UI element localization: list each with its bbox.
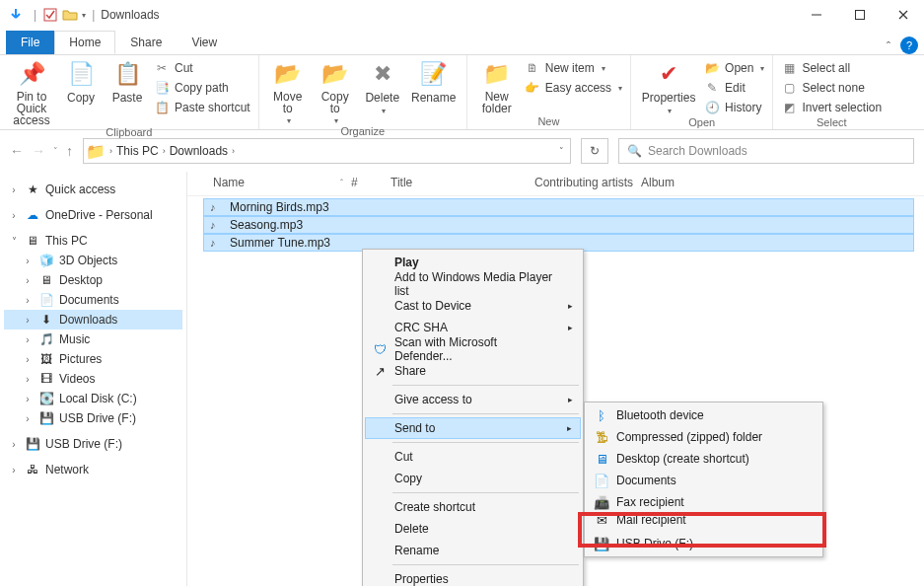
ctx-rename[interactable]: Rename bbox=[365, 540, 581, 561]
tree-usbdrive[interactable]: ›💾USB Drive (F:) bbox=[4, 408, 182, 428]
pin-quickaccess-button[interactable]: 📌 Pin to Quick access bbox=[8, 59, 55, 126]
ctx-properties[interactable]: Properties bbox=[365, 568, 581, 586]
col-number[interactable]: # bbox=[351, 176, 391, 189]
ctx-cut[interactable]: Cut bbox=[365, 446, 581, 468]
path-dropdown-icon[interactable]: ˅ bbox=[559, 146, 564, 156]
sendto-bluetooth[interactable]: ᛒBluetooth device bbox=[587, 404, 820, 426]
invert-button[interactable]: ◩Invert selection bbox=[781, 99, 882, 116]
ribbon-tabs: File Home Share View ˆ ? bbox=[0, 30, 924, 55]
col-title[interactable]: Title bbox=[391, 176, 534, 189]
maximize-button[interactable] bbox=[847, 4, 873, 26]
history-button[interactable]: 🕘History bbox=[704, 99, 764, 116]
newfolder-button[interactable]: 📁 New folder bbox=[475, 59, 519, 114]
sendto-usbdrive[interactable]: 💾USB Drive (F:) bbox=[587, 533, 820, 554]
selectall-button[interactable]: ▦Select all bbox=[781, 59, 882, 77]
tab-file[interactable]: File bbox=[6, 31, 54, 54]
back-button[interactable]: ← bbox=[10, 143, 24, 159]
ctx-addwmp[interactable]: Add to Windows Media Player list bbox=[365, 273, 581, 295]
sendto-desktop[interactable]: 🖥Desktop (create shortcut) bbox=[587, 448, 820, 470]
crumb-downloads[interactable]: Downloads› bbox=[170, 144, 235, 158]
tree-pictures[interactable]: ›🖼Pictures bbox=[4, 349, 182, 369]
ctx-createshortcut[interactable]: Create shortcut bbox=[365, 496, 581, 518]
file-row[interactable]: ♪Seasong.mp3 bbox=[203, 216, 914, 234]
tree-onedrive[interactable]: ›☁OneDrive - Personal bbox=[4, 205, 182, 225]
ribbon-group-new: 📁 New folder 🗎New item▾ 👉Easy access▾ Ne… bbox=[467, 55, 631, 129]
chevron-right-icon: ▸ bbox=[567, 423, 572, 433]
tree-downloads[interactable]: ›⬇Downloads bbox=[4, 310, 182, 330]
ctx-delete[interactable]: Delete bbox=[365, 518, 581, 540]
properties-icon: ✔ bbox=[660, 59, 677, 89]
selectnone-button[interactable]: ▢Select none bbox=[781, 79, 882, 97]
col-contrib[interactable]: Contributing artists bbox=[534, 176, 641, 189]
tab-view[interactable]: View bbox=[177, 31, 232, 54]
file-row[interactable]: ♪Morning Birds.mp3 bbox=[203, 198, 914, 216]
tree-quickaccess[interactable]: ›★Quick access bbox=[4, 180, 182, 199]
crumb-thispc[interactable]: This PC› bbox=[116, 144, 166, 158]
paste-button[interactable]: 📋 Paste bbox=[107, 59, 148, 105]
cut-icon: ✂ bbox=[154, 61, 170, 75]
minimize-button[interactable] bbox=[804, 4, 829, 26]
checkbox-icon[interactable] bbox=[42, 7, 58, 23]
tree-usbdrive2[interactable]: ›💾USB Drive (F:) bbox=[4, 434, 182, 454]
properties-button[interactable]: ✔ Properties▾ bbox=[639, 59, 698, 115]
easyaccess-button[interactable]: 👉Easy access▾ bbox=[525, 79, 622, 97]
sendto-fax[interactable]: 📠Fax recipient bbox=[587, 491, 820, 513]
column-headers: Nameˆ # Title Contributing artists Album bbox=[187, 172, 924, 196]
ctx-sendto[interactable]: Send to▸ bbox=[365, 417, 581, 439]
qat-dropdown-icon[interactable]: ▾ bbox=[82, 11, 86, 20]
close-button[interactable] bbox=[890, 4, 916, 26]
app-arrow-icon bbox=[8, 7, 24, 23]
cut-button[interactable]: ✂Cut bbox=[154, 59, 250, 77]
col-album[interactable]: Album bbox=[641, 176, 914, 189]
audio-icon: ♪ bbox=[210, 219, 224, 231]
tree-3dobjects[interactable]: ›🧊3D Objects bbox=[4, 251, 182, 270]
history-dropdown-icon[interactable]: ˅ bbox=[53, 146, 58, 156]
ctx-copy[interactable]: Copy bbox=[365, 468, 581, 489]
up-button[interactable]: ↑ bbox=[66, 143, 73, 159]
sendto-mail[interactable]: ✉Mail recipient bbox=[587, 513, 820, 527]
col-name[interactable]: Nameˆ bbox=[213, 176, 351, 189]
pin-icon: 📌 bbox=[19, 59, 45, 89]
tab-home[interactable]: Home bbox=[54, 31, 115, 54]
newitem-button[interactable]: 🗎New item▾ bbox=[525, 59, 622, 77]
ctx-cast[interactable]: Cast to Device▸ bbox=[365, 295, 581, 317]
ctx-giveaccess[interactable]: Give access to▸ bbox=[365, 389, 581, 410]
tree-thispc[interactable]: ˅🖥This PC bbox=[4, 231, 182, 251]
forward-button[interactable]: → bbox=[32, 143, 45, 159]
sendto-compressed[interactable]: 🗜Compressed (zipped) folder bbox=[587, 426, 820, 448]
tree-videos[interactable]: ›🎞Videos bbox=[4, 369, 182, 389]
collapse-ribbon-icon[interactable]: ˆ bbox=[887, 40, 890, 54]
tree-music[interactable]: ›🎵Music bbox=[4, 330, 182, 349]
help-icon[interactable]: ? bbox=[900, 37, 918, 54]
chevron-right-icon[interactable]: › bbox=[109, 146, 112, 156]
tree-documents[interactable]: ›📄Documents bbox=[4, 290, 182, 310]
invert-icon: ◩ bbox=[781, 101, 797, 114]
folder-qat-icon[interactable] bbox=[62, 7, 78, 23]
open-button[interactable]: 📂Open▾ bbox=[704, 59, 764, 77]
edit-button[interactable]: ✎Edit bbox=[704, 79, 764, 97]
tab-share[interactable]: Share bbox=[115, 31, 177, 54]
search-input[interactable]: 🔍 Search Downloads bbox=[618, 138, 914, 164]
ctx-share[interactable]: ↗Share bbox=[365, 360, 581, 382]
delete-button[interactable]: ✖ Delete▾ bbox=[362, 59, 403, 115]
tree-localdisk[interactable]: ›💽Local Disk (C:) bbox=[4, 389, 182, 408]
sendto-documents[interactable]: 📄Documents bbox=[587, 470, 820, 491]
tree-network[interactable]: ›🖧Network bbox=[4, 460, 182, 479]
copypath-button[interactable]: 📑Copy path bbox=[154, 79, 250, 97]
pasteshortcut-button[interactable]: 📋Paste shortcut bbox=[154, 99, 250, 116]
separator bbox=[392, 385, 579, 386]
moveto-button[interactable]: 📂 Move to▾ bbox=[267, 59, 309, 125]
copypath-icon: 📑 bbox=[154, 81, 170, 95]
copyto-button[interactable]: 📂 Copy to▾ bbox=[315, 59, 356, 125]
rename-button[interactable]: 📝 Rename bbox=[409, 59, 459, 105]
ribbon-group-open: ✔ Properties▾ 📂Open▾ ✎Edit 🕘History Open bbox=[631, 55, 773, 129]
titlebar: | ▾ | Downloads bbox=[0, 0, 924, 30]
copy-button[interactable]: 📄 Copy bbox=[61, 59, 101, 105]
separator bbox=[392, 492, 579, 493]
desktop-icon: 🖥 bbox=[593, 452, 610, 467]
ctx-scan[interactable]: 🛡Scan with Microsoft Defender... bbox=[365, 338, 581, 360]
breadcrumb-path[interactable]: 📁 › This PC› Downloads› ˅ bbox=[83, 138, 571, 164]
audio-icon: ♪ bbox=[210, 201, 224, 213]
refresh-button[interactable]: ↻ bbox=[581, 138, 608, 164]
tree-desktop[interactable]: ›🖥Desktop bbox=[4, 270, 182, 290]
